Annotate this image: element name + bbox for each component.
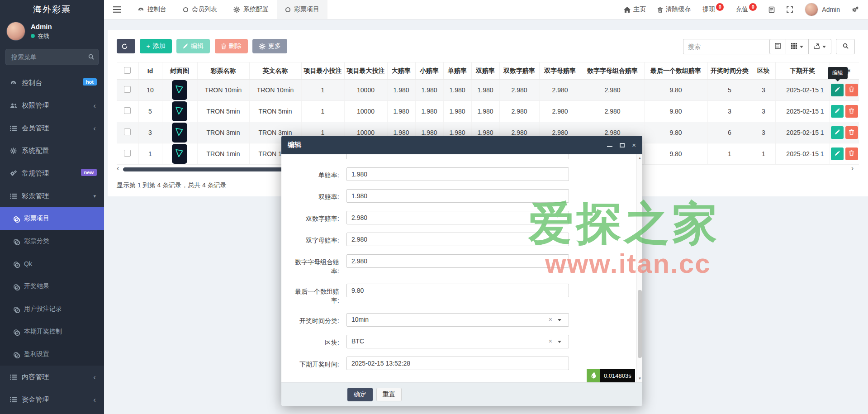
row-checkbox[interactable] xyxy=(124,107,131,114)
tab-0[interactable]: 控制台 xyxy=(129,0,175,19)
caret-down-icon xyxy=(558,341,561,343)
fullscreen-icon[interactable] xyxy=(787,6,793,13)
field-select[interactable]: BTC× xyxy=(346,335,569,348)
close-icon[interactable]: × xyxy=(632,141,636,149)
document-icon[interactable] xyxy=(768,6,775,13)
sidebar-item[interactable]: 控制台hot xyxy=(0,71,104,94)
tab-lottery-project[interactable]: 彩票项目 xyxy=(277,0,327,19)
sidebar-subitem-label: 开奖结果 xyxy=(24,282,49,290)
row-edit-button[interactable] xyxy=(831,148,844,160)
gears-icon xyxy=(10,170,22,176)
more-button[interactable]: 更多 xyxy=(252,39,287,53)
sidebar-subitem[interactable]: Qk xyxy=(0,252,104,275)
home-label: 主页 xyxy=(633,5,646,14)
field-input[interactable] xyxy=(346,211,569,224)
field-input[interactable] xyxy=(346,233,569,246)
field-input[interactable] xyxy=(346,357,569,370)
sidebar-item[interactable]: 系统配置 xyxy=(0,139,104,162)
maximize-icon[interactable] xyxy=(620,143,625,148)
recharge-link[interactable]: 充值0 xyxy=(735,5,757,14)
clear-cache-link[interactable]: 清除缓存 xyxy=(658,5,691,14)
scroll-up-arrow[interactable]: ▲ xyxy=(637,156,643,160)
settings-gears-icon[interactable] xyxy=(852,6,859,13)
field-control xyxy=(346,167,569,181)
table-search-input[interactable] xyxy=(683,39,777,54)
export-button[interactable] xyxy=(808,39,831,54)
sidebar-item[interactable]: 常规管理new xyxy=(0,162,104,185)
sidebar-subitem[interactable]: 盈利设置 xyxy=(0,343,104,366)
sidebar-item[interactable]: 内容管理‹ xyxy=(0,366,104,388)
sidebar-subitem[interactable]: 用户投注记录 xyxy=(0,298,104,320)
cell-cover xyxy=(162,122,197,143)
column-header: 下期开奖 xyxy=(775,62,830,80)
tab-label: 会员列表 xyxy=(192,5,217,14)
avatar[interactable] xyxy=(6,22,25,41)
cell-min: 1 xyxy=(301,80,344,101)
field-control xyxy=(346,357,569,370)
select-all-checkbox[interactable] xyxy=(124,67,131,74)
reset-button[interactable]: 重置 xyxy=(376,388,402,401)
tron-logo-icon xyxy=(175,148,185,160)
field-input[interactable] xyxy=(346,189,569,203)
field-input[interactable] xyxy=(346,284,569,297)
cell-next_draw: 2025-02-15 1 xyxy=(775,101,830,122)
modal-body: 单赔率:双赔率:双数字赔率:双字母赔率:数字字母组合赔率:最后一个数组赔率:开奖… xyxy=(281,154,642,382)
row-checkbox[interactable] xyxy=(124,86,131,93)
sidebar-item[interactable]: 彩票管理▾ xyxy=(0,185,104,207)
scroll-right-arrow[interactable]: › xyxy=(851,165,854,171)
export-icon xyxy=(814,43,820,50)
sidebar-subitem[interactable]: 本期开奖控制 xyxy=(0,320,104,343)
confirm-button[interactable]: 确定 xyxy=(347,388,373,401)
clipped-input[interactable] xyxy=(346,154,569,159)
add-button[interactable]: +添加 xyxy=(140,39,171,53)
withdraw-link[interactable]: 提现0 xyxy=(702,5,724,14)
tab-label: 控制台 xyxy=(147,5,166,14)
column-header: 小赔率 xyxy=(415,62,443,80)
form-row: 区块:BTC× xyxy=(289,335,642,348)
select-value: BTC xyxy=(351,338,364,345)
refresh-button[interactable] xyxy=(117,39,135,53)
field-input[interactable] xyxy=(346,167,569,181)
thinkphp-flame-icon xyxy=(587,369,600,382)
sidebar-item-label: 权限管理 xyxy=(22,101,49,110)
sidebar-subitem-label: Qk xyxy=(24,260,32,267)
field-input[interactable] xyxy=(346,254,569,268)
scroll-down-arrow[interactable]: ▼ xyxy=(637,376,643,381)
hamburger-menu-icon[interactable] xyxy=(104,0,129,19)
form-row: 开奖时间分类:10min× xyxy=(289,313,642,327)
delete-button[interactable]: 删除 xyxy=(215,39,248,53)
clear-icon[interactable]: × xyxy=(549,338,552,344)
row-delete-button[interactable] xyxy=(845,105,858,118)
modal-scrollbar-thumb[interactable] xyxy=(638,290,642,358)
scroll-left-arrow[interactable]: ‹ xyxy=(117,165,119,171)
row-checkbox[interactable] xyxy=(124,150,131,157)
tab-2[interactable]: 系统配置 xyxy=(225,0,277,19)
row-checkbox[interactable] xyxy=(124,128,131,135)
sidebar-search-input[interactable] xyxy=(5,49,99,65)
columns-button[interactable] xyxy=(786,39,809,54)
detail-view-button[interactable] xyxy=(769,39,786,54)
row-edit-button[interactable] xyxy=(831,126,844,139)
search-button[interactable] xyxy=(836,39,855,54)
sidebar-item[interactable]: 权限管理‹ xyxy=(0,94,104,117)
cell-combo: 2.980 xyxy=(581,80,644,101)
row-delete-button[interactable] xyxy=(845,84,858,96)
sidebar-subitem[interactable]: 彩票项目 xyxy=(0,207,104,230)
tab-1[interactable]: 会员列表 xyxy=(175,0,225,19)
sidebar-item[interactable]: 会员管理‹ xyxy=(0,117,104,139)
row-delete-button[interactable] xyxy=(845,126,858,139)
edit-button[interactable]: 编辑 xyxy=(176,39,210,53)
field-select[interactable]: 10min× xyxy=(346,313,569,327)
row-delete-button[interactable] xyxy=(845,148,858,160)
user-menu[interactable]: Admin xyxy=(805,3,840,16)
chevron-left-icon: ‹ xyxy=(93,396,96,404)
row-edit-button[interactable] xyxy=(831,105,844,118)
sidebar-subitem[interactable]: 彩票分类 xyxy=(0,230,104,252)
row-edit-button[interactable] xyxy=(831,84,844,96)
modal-scrollbar: ▲ ▼ xyxy=(636,154,642,382)
home-link[interactable]: 主页 xyxy=(624,5,646,14)
sidebar-subitem[interactable]: 开奖结果 xyxy=(0,275,104,298)
clear-icon[interactable]: × xyxy=(549,316,552,323)
sidebar-item[interactable]: 资金管理‹ xyxy=(0,388,104,411)
dashboard-icon xyxy=(10,80,22,86)
